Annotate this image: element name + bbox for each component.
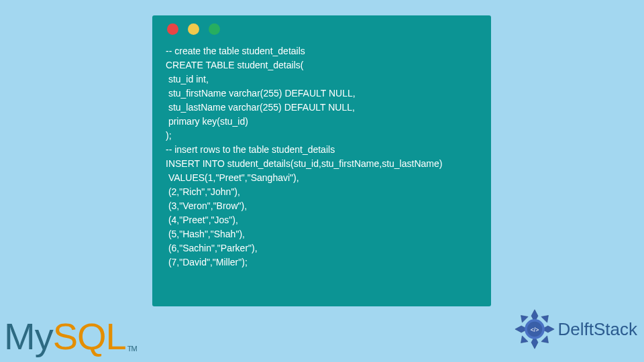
svg-marker-6 bbox=[521, 336, 528, 343]
svg-text:</>: </> bbox=[530, 326, 539, 333]
minimize-icon bbox=[188, 23, 199, 35]
svg-marker-5 bbox=[541, 336, 548, 343]
window-controls bbox=[167, 23, 478, 35]
delftstack-logo: </> DelftStack bbox=[514, 308, 638, 350]
delftstack-icon: </> bbox=[514, 308, 555, 350]
mysql-my-text: My bbox=[4, 314, 53, 358]
svg-marker-7 bbox=[521, 316, 528, 323]
close-icon bbox=[167, 23, 178, 35]
mysql-tm-text: TM bbox=[127, 345, 137, 353]
mysql-sql-text: SQL bbox=[53, 314, 126, 358]
code-block: -- create the table student_details CREA… bbox=[166, 44, 478, 269]
delftstack-text: DelftStack bbox=[558, 319, 638, 340]
mysql-logo: MySQL TM bbox=[4, 314, 137, 358]
svg-marker-4 bbox=[541, 316, 548, 323]
code-window: -- create the table student_details CREA… bbox=[152, 15, 491, 306]
maximize-icon bbox=[209, 23, 220, 35]
